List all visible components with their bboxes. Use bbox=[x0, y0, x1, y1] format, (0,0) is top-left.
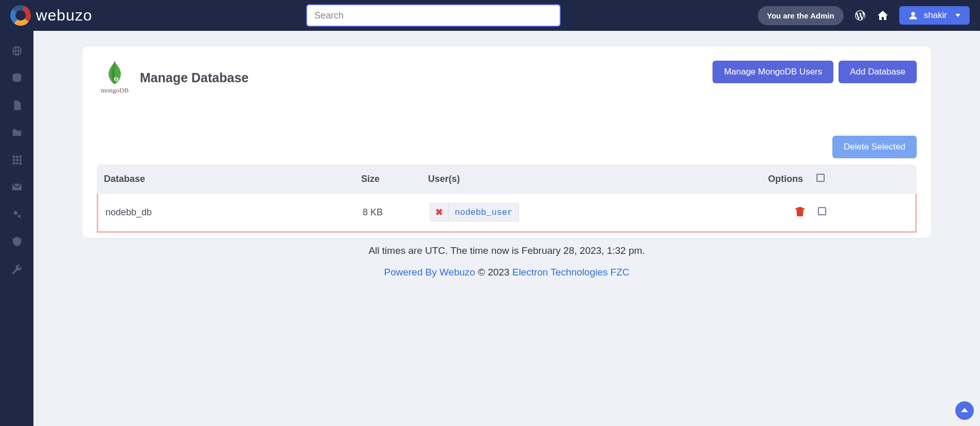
footer-credits: Powered By Webuzo © 2023 Electron Techno… bbox=[82, 267, 931, 278]
sidebar-item-file[interactable] bbox=[0, 91, 33, 119]
wordpress-icon[interactable] bbox=[854, 9, 866, 22]
svg-point-11 bbox=[13, 211, 17, 214]
database-card: mongoDB Manage Database Manage MongoDB U… bbox=[82, 46, 931, 238]
footer-copyright: © 2023 bbox=[475, 267, 512, 277]
database-icon bbox=[11, 72, 23, 84]
scroll-to-top-button[interactable] bbox=[955, 401, 974, 420]
table-body-highlight: nodebb_db 8 KB ✖ nodebb_user bbox=[97, 194, 917, 233]
col-header-size: Size bbox=[361, 174, 428, 184]
sidebar-item-security[interactable] bbox=[0, 228, 33, 255]
title-row: mongoDB Manage Database bbox=[97, 61, 248, 95]
apps-grid-icon bbox=[11, 154, 23, 165]
page-title: Manage Database bbox=[140, 70, 248, 85]
powered-by-link[interactable]: Powered By Webuzo bbox=[384, 267, 475, 277]
svg-rect-9 bbox=[16, 162, 19, 164]
svg-point-0 bbox=[911, 12, 915, 16]
mail-icon bbox=[11, 181, 23, 193]
brand-logo[interactable]: webuzo bbox=[10, 5, 92, 26]
svg-rect-3 bbox=[16, 155, 19, 158]
company-link[interactable]: Electron Technologies FZC bbox=[512, 267, 630, 277]
user-pill: ✖ nodebb_user bbox=[430, 203, 519, 221]
user-link[interactable]: nodebb_user bbox=[449, 205, 519, 220]
user-icon bbox=[908, 11, 918, 20]
admin-badge: You are the Admin bbox=[758, 6, 844, 25]
delete-row-button[interactable] bbox=[795, 206, 805, 216]
mongodb-logo-text: mongoDB bbox=[97, 86, 133, 95]
table-row: nodebb_db 8 KB ✖ nodebb_user bbox=[98, 194, 915, 231]
svg-rect-2 bbox=[12, 155, 15, 158]
mongodb-leaf-icon bbox=[106, 61, 123, 84]
folder-icon bbox=[11, 127, 23, 138]
svg-rect-10 bbox=[19, 162, 22, 164]
svg-rect-8 bbox=[12, 162, 15, 164]
user-menu-button[interactable]: shakir bbox=[899, 6, 970, 25]
chevron-up-icon bbox=[960, 406, 969, 415]
sidebar-item-globe[interactable] bbox=[0, 37, 33, 64]
sidebar-item-settings[interactable] bbox=[0, 200, 33, 228]
svg-point-12 bbox=[17, 214, 21, 217]
topbar: webuzo You are the Admin shakir bbox=[0, 0, 980, 31]
footer: All times are UTC. The time now is Febru… bbox=[82, 245, 931, 278]
col-header-users: User(s) bbox=[428, 174, 665, 184]
header-buttons: Manage MongoDB Users Add Database bbox=[712, 61, 917, 83]
sidebar-item-mail[interactable] bbox=[0, 173, 33, 200]
topbar-right: You are the Admin shakir bbox=[758, 6, 970, 25]
add-database-button[interactable]: Add Database bbox=[839, 61, 917, 83]
mongodb-logo: mongoDB bbox=[97, 61, 133, 95]
shield-icon bbox=[11, 236, 23, 247]
svg-rect-7 bbox=[19, 159, 22, 161]
brand-logo-mark bbox=[10, 5, 31, 26]
col-header-database: Database bbox=[104, 174, 361, 184]
cell-options bbox=[666, 206, 808, 219]
user-name: shakir bbox=[924, 10, 947, 21]
sidebar-item-tools[interactable] bbox=[0, 255, 33, 282]
gears-icon bbox=[11, 209, 23, 220]
footer-time-line: All times are UTC. The time now is Febru… bbox=[82, 245, 931, 256]
trash-icon bbox=[795, 206, 805, 216]
wrench-icon bbox=[11, 263, 23, 274]
brand-name: webuzo bbox=[36, 7, 92, 24]
col-header-checkbox bbox=[806, 174, 834, 184]
search-container bbox=[306, 4, 561, 27]
svg-rect-4 bbox=[19, 155, 22, 158]
sidebar-item-folder[interactable] bbox=[0, 119, 33, 146]
search-input[interactable] bbox=[306, 4, 561, 27]
table-header-row: Database Size User(s) Options bbox=[97, 164, 917, 194]
svg-rect-6 bbox=[16, 159, 19, 161]
sidebar bbox=[0, 31, 33, 426]
select-all-checkbox[interactable] bbox=[816, 174, 825, 182]
file-icon bbox=[11, 100, 23, 111]
sidebar-item-database[interactable] bbox=[0, 64, 33, 91]
caret-down-icon bbox=[955, 13, 960, 18]
remove-user-icon[interactable]: ✖ bbox=[430, 203, 449, 221]
cell-size: 8 KB bbox=[363, 207, 430, 218]
table-toolbar: Delete Selected bbox=[97, 136, 917, 158]
row-checkbox[interactable] bbox=[818, 207, 826, 215]
home-icon[interactable] bbox=[877, 9, 889, 22]
main-content: mongoDB Manage Database Manage MongoDB U… bbox=[33, 31, 980, 278]
delete-selected-button[interactable]: Delete Selected bbox=[832, 136, 917, 158]
globe-icon bbox=[11, 45, 23, 57]
cell-users: ✖ nodebb_user bbox=[430, 203, 666, 221]
cell-checkbox bbox=[808, 207, 836, 218]
manage-mongodb-users-button[interactable]: Manage MongoDB Users bbox=[712, 61, 833, 83]
cell-database: nodebb_db bbox=[105, 207, 363, 218]
card-header: mongoDB Manage Database Manage MongoDB U… bbox=[97, 61, 917, 95]
col-header-options: Options bbox=[665, 174, 806, 184]
sidebar-item-apps[interactable] bbox=[0, 146, 33, 173]
svg-rect-5 bbox=[12, 159, 15, 161]
